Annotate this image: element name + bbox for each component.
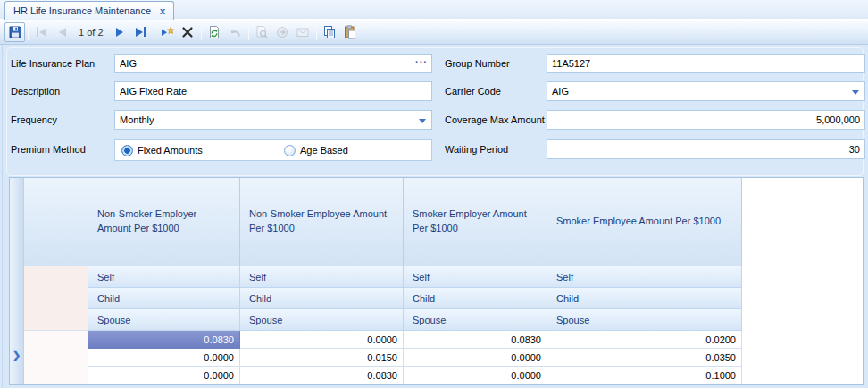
frequency-value: Monthly	[120, 114, 154, 125]
group-number-input[interactable]	[547, 54, 865, 73]
paste-icon	[343, 25, 357, 39]
form-area: Life Insurance Plan ··· Group Number Des…	[0, 45, 868, 388]
row-indicator-column: ❯	[10, 178, 24, 384]
refresh-button[interactable]	[204, 22, 225, 42]
chevron-down-icon	[419, 119, 426, 123]
grid-cell[interactable]: 0.0000	[240, 331, 404, 349]
lookup-ellipsis-button[interactable]: ···	[415, 56, 428, 67]
copy-button[interactable]	[320, 22, 340, 42]
frequency-dropdown[interactable]: Monthly	[114, 110, 432, 130]
grid-cell[interactable]: 0.0350	[547, 349, 742, 367]
tier-label-self: Self	[404, 266, 547, 288]
waiting-period-label: Waiting Period	[445, 139, 545, 159]
envelope-icon	[296, 25, 310, 39]
toolbar-separator	[248, 24, 249, 40]
hr-life-insurance-window: HR Life Insurance Maintenance x 1 of 2	[0, 0, 868, 388]
first-record-button	[31, 22, 52, 42]
grid-cell[interactable]: 0.0150	[240, 349, 404, 367]
toolbar-separator	[201, 24, 202, 40]
carrier-code-dropdown[interactable]: AIG	[547, 81, 865, 101]
tab-close-icon[interactable]: x	[160, 5, 165, 16]
column-header: Non-Smoker Employee Amount Per $1000	[240, 178, 404, 266]
grid-cell[interactable]: 0.0200	[547, 331, 742, 349]
tier-label-child: Child	[547, 288, 742, 309]
frequency-label: Frequency	[11, 110, 111, 130]
grid-column-smoker-employer: Smoker Employer Amount Per $1000 Self Ch…	[404, 178, 547, 384]
coverage-max-amount-input[interactable]	[547, 110, 865, 130]
last-record-button[interactable]	[130, 22, 151, 42]
tier-label-child: Child	[404, 288, 547, 309]
column-header: Non-Smoker Employer Amount Per $1000	[88, 178, 240, 266]
round-arrow-icon	[275, 25, 289, 39]
new-record-button[interactable]	[157, 22, 178, 42]
radio-age-based[interactable]: Age Based	[284, 145, 348, 156]
delete-x-icon	[180, 25, 195, 39]
tier-label-self: Self	[88, 266, 240, 288]
toolbar-separator	[154, 24, 154, 40]
grid-cell[interactable]: 0.0000	[404, 367, 547, 384]
record-position: 1 of 2	[72, 27, 110, 38]
new-record-icon	[160, 25, 175, 39]
paste-button[interactable]	[340, 22, 361, 42]
grid-cell[interactable]: 0.0830	[240, 367, 404, 384]
document-magnifier-icon	[255, 25, 269, 39]
toolbar: 1 of 2	[0, 20, 868, 45]
life-insurance-plan-input[interactable]	[114, 54, 432, 73]
column-header: Smoker Employer Amount Per $1000	[404, 178, 547, 266]
chevron-down-icon	[852, 90, 859, 95]
tier-label-child: Child	[240, 288, 404, 309]
grid-cell[interactable]: 0.1000	[547, 367, 742, 384]
current-row-arrow-icon: ❯	[13, 350, 21, 361]
rates-grid: ❯ Non-Smoker Employer Amount Per $1000 S…	[9, 177, 864, 385]
group-number-label: Group Number	[445, 54, 545, 73]
grid-cell[interactable]: 0.0000	[404, 349, 547, 367]
row-header-column	[24, 178, 88, 384]
floppy-disk-icon	[8, 25, 22, 39]
tier-label-spouse: Spouse	[547, 309, 742, 331]
undo-button	[225, 22, 246, 42]
next-record-icon	[116, 28, 123, 37]
radio-unselected-icon	[284, 145, 296, 156]
description-label: Description	[11, 81, 111, 101]
carrier-code-label: Carrier Code	[445, 81, 545, 101]
next-record-button[interactable]	[110, 22, 130, 42]
refresh-icon	[207, 25, 221, 39]
tier-label-spouse: Spouse	[240, 309, 404, 331]
column-header: Smoker Employee Amount Per $1000	[547, 178, 742, 266]
save-button[interactable]	[4, 22, 25, 42]
tier-label-spouse: Spouse	[88, 309, 240, 331]
radio-fixed-amounts[interactable]: Fixed Amounts	[121, 145, 284, 156]
grid-cell[interactable]: 0.0000	[88, 367, 240, 384]
copy-icon	[322, 25, 337, 39]
undo-icon	[228, 25, 242, 39]
tier-label-spouse: Spouse	[404, 309, 547, 331]
last-record-icon	[136, 27, 146, 37]
description-input[interactable]	[114, 81, 432, 101]
delete-record-button[interactable]	[178, 22, 198, 42]
grid-cell[interactable]: 0.0830	[88, 331, 240, 349]
tier-label-self: Self	[240, 266, 404, 288]
grid-column-smoker-employee: Smoker Employee Amount Per $1000 Self Ch…	[547, 178, 742, 384]
tab-strip: HR Life Insurance Maintenance x	[0, 0, 868, 20]
first-record-icon	[37, 27, 46, 37]
waiting-period-input[interactable]	[547, 139, 865, 159]
grid-cell[interactable]: 0.0000	[88, 349, 240, 367]
life-insurance-plan-label: Life Insurance Plan	[11, 54, 111, 73]
premium-method-label: Premium Method	[11, 139, 111, 159]
tier-label-self: Self	[547, 266, 742, 288]
carrier-code-value: AIG	[552, 86, 569, 97]
grid-column-nonsmoker-employer: Non-Smoker Employer Amount Per $1000 Sel…	[88, 178, 240, 384]
print-preview-button	[252, 22, 272, 42]
tab-title: HR Life Insurance Maintenance	[13, 5, 151, 16]
premium-method-group: Fixed Amounts Age Based	[114, 139, 432, 161]
row-header-data	[24, 331, 88, 384]
row-header-blank	[24, 178, 88, 266]
previous-record-icon	[59, 28, 66, 37]
grid-column-nonsmoker-employee: Non-Smoker Employee Amount Per $1000 Sel…	[240, 178, 404, 384]
toolbar-separator	[28, 24, 29, 40]
email-button	[293, 22, 313, 42]
coverage-max-amount-label: Coverage Max Amount	[445, 110, 545, 130]
radio-fixed-amounts-label: Fixed Amounts	[138, 145, 203, 156]
grid-cell[interactable]: 0.0830	[404, 331, 547, 349]
tab-hr-life-insurance-maintenance[interactable]: HR Life Insurance Maintenance x	[4, 1, 174, 20]
